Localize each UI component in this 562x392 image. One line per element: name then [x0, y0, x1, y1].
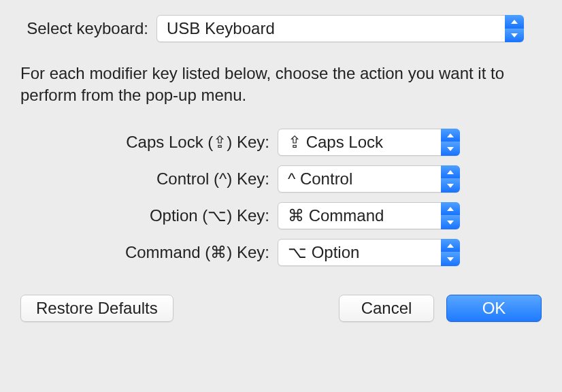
- control-value: ^ Control: [288, 169, 352, 189]
- button-bar: Restore Defaults Cancel OK: [20, 295, 542, 322]
- select-keyboard-row: Select keyboard: USB Keyboard: [20, 15, 542, 42]
- svg-marker-9: [447, 257, 454, 261]
- up-down-stepper-icon: [441, 239, 460, 266]
- up-down-stepper-icon: [441, 165, 460, 193]
- command-label: Command (⌘) Key:: [20, 243, 278, 262]
- control-label: Control (^) Key:: [20, 169, 278, 189]
- svg-marker-4: [447, 170, 454, 174]
- modifier-keys-sheet: Select keyboard: USB Keyboard For each m…: [0, 0, 562, 340]
- caps-lock-row: Caps Lock (⇪) Key: ⇪ Caps Lock: [20, 129, 542, 156]
- option-value: ⌘ Command: [288, 206, 384, 225]
- up-down-stepper-icon: [441, 202, 460, 229]
- restore-defaults-button[interactable]: Restore Defaults: [20, 295, 173, 322]
- svg-marker-2: [447, 133, 454, 137]
- up-down-stepper-icon: [441, 129, 460, 156]
- caps-lock-value: ⇪ Caps Lock: [288, 133, 383, 152]
- svg-marker-3: [447, 147, 454, 151]
- svg-marker-8: [447, 244, 454, 248]
- svg-marker-1: [511, 33, 518, 37]
- option-row: Option (⌥) Key: ⌘ Command: [20, 202, 542, 229]
- control-row: Control (^) Key: ^ Control: [20, 165, 542, 193]
- svg-marker-7: [447, 220, 454, 225]
- option-label: Option (⌥) Key:: [20, 206, 278, 225]
- svg-marker-5: [447, 184, 454, 188]
- modifier-rows: Caps Lock (⇪) Key: ⇪ Caps Lock Control (…: [20, 129, 542, 266]
- svg-marker-0: [511, 20, 518, 24]
- caps-lock-popup[interactable]: ⇪ Caps Lock: [278, 129, 460, 156]
- caps-lock-label: Caps Lock (⇪) Key:: [20, 133, 278, 152]
- cancel-button[interactable]: Cancel: [339, 295, 434, 322]
- select-keyboard-popup[interactable]: USB Keyboard: [156, 15, 524, 42]
- command-row: Command (⌘) Key: ⌥ Option: [20, 239, 542, 266]
- ok-button[interactable]: OK: [446, 295, 542, 322]
- command-value: ⌥ Option: [288, 243, 359, 262]
- select-keyboard-value: USB Keyboard: [167, 19, 275, 38]
- up-down-stepper-icon: [505, 15, 524, 42]
- svg-marker-6: [447, 207, 454, 211]
- instruction-text: For each modifier key listed below, choo…: [20, 63, 542, 107]
- command-popup[interactable]: ⌥ Option: [278, 239, 460, 266]
- control-popup[interactable]: ^ Control: [278, 165, 460, 193]
- option-popup[interactable]: ⌘ Command: [278, 202, 460, 229]
- select-keyboard-label: Select keyboard:: [20, 19, 156, 38]
